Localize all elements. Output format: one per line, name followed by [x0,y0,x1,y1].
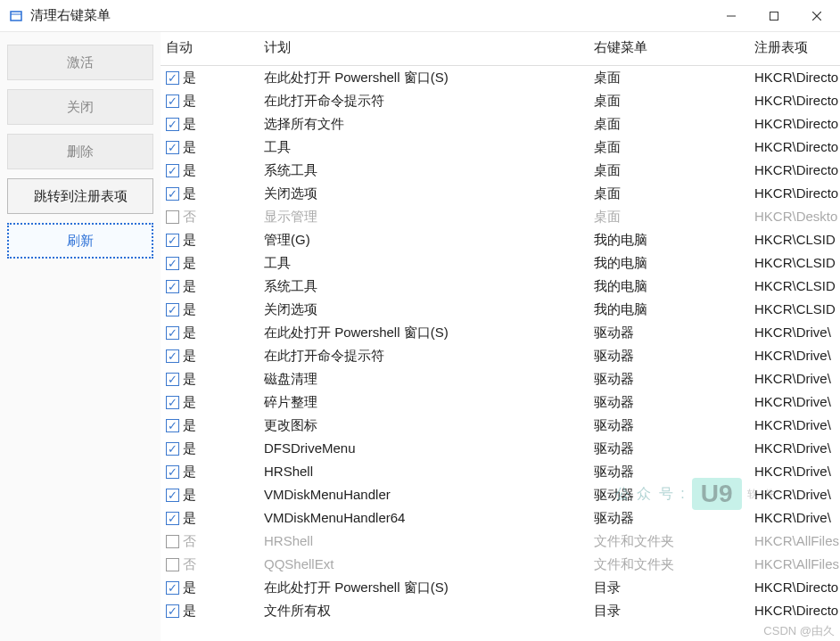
header-menu[interactable]: 右键菜单 [589,32,749,66]
checkbox[interactable]: ✓ [166,118,179,131]
cell-menu: 驱动器 [589,506,749,530]
cell-auto: ✓是 [161,344,259,367]
checkbox[interactable]: ✓ [166,442,179,456]
checkbox[interactable] [166,210,179,224]
header-auto[interactable]: 自动 [161,32,259,66]
cell-menu: 桌面 [589,205,749,228]
cell-reg: HKCR\Directo [749,159,840,182]
cell-auto: ✓是 [161,576,259,599]
table-row[interactable]: ✓是工具我的电脑HKCR\CLSID [161,251,840,275]
table-row[interactable]: ✓是文件所有权目录HKCR\Directo [161,599,840,622]
checkbox[interactable]: ✓ [166,489,179,502]
auto-label: 是 [183,230,196,250]
checkbox[interactable]: ✓ [166,604,179,618]
checkbox[interactable]: ✓ [166,581,179,595]
table-row[interactable]: 否QQShellExt文件和文件夹HKCR\AllFiles [161,553,840,576]
checkbox[interactable] [166,535,179,548]
cell-menu: 驱动器 [589,344,749,367]
cell-plan: HRShell [259,530,589,553]
checkbox[interactable]: ✓ [166,187,179,201]
table-row[interactable]: ✓是系统工具我的电脑HKCR\CLSID [161,275,840,298]
cell-plan: VMDiskMenuHandler [259,483,589,506]
cell-plan: QQShellExt [259,553,589,576]
header-plan[interactable]: 计划 [259,32,589,66]
auto-label: 是 [183,392,196,412]
table-row[interactable]: ✓是关闭选项我的电脑HKCR\CLSID [161,298,840,321]
cell-auto: 否 [161,205,259,228]
auto-label: 是 [183,462,196,481]
checkbox[interactable]: ✓ [166,280,179,293]
cell-auto: ✓是 [161,66,259,89]
table-row[interactable]: ✓是DFSDriveMenu驱动器HKCR\Drive\ [161,437,840,460]
cell-plan: 系统工具 [259,275,589,298]
table-row[interactable]: ✓是选择所有文件桌面HKCR\Directo [161,112,840,136]
checkbox[interactable]: ✓ [166,71,179,85]
minimize-button[interactable] [710,0,753,32]
cell-auto: ✓是 [161,506,259,530]
maximize-button[interactable] [753,0,795,32]
checkbox[interactable] [166,558,179,571]
table-row[interactable]: ✓是VMDiskMenuHandler64驱动器HKCR\Drive\ [161,506,840,530]
auto-label: 是 [183,369,196,389]
table-row[interactable]: ✓是在此处打开 Powershell 窗口(S)驱动器HKCR\Drive\ [161,321,840,344]
checkbox[interactable]: ✓ [166,303,179,316]
cell-reg: HKCR\CLSID [749,228,840,251]
checkbox[interactable]: ✓ [166,95,179,108]
cell-reg: HKCR\Directo [749,112,840,136]
cell-reg: HKCR\Directo [749,89,840,112]
table-scroll[interactable]: 自动 计划 右键菜单 注册表项 ✓是在此处打开 Powershell 窗口(S)… [161,32,840,641]
cell-auto: ✓是 [161,112,259,136]
table-row[interactable]: ✓是管理(G)我的电脑HKCR\CLSID [161,228,840,251]
checkbox[interactable]: ✓ [166,396,179,409]
auto-label: 是 [183,91,196,111]
checkbox[interactable]: ✓ [166,164,179,177]
checkbox[interactable]: ✓ [166,326,179,340]
checkbox[interactable]: ✓ [166,512,179,525]
cell-menu: 目录 [589,599,749,622]
checkbox[interactable]: ✓ [166,419,179,432]
cell-reg: HKCR\Drive\ [749,390,840,414]
table-row[interactable]: ✓是在此处打开 Powershell 窗口(S)目录HKCR\Directo [161,576,840,599]
cell-auto: ✓是 [161,298,259,321]
table-row[interactable]: ✓是在此打开命令提示符桌面HKCR\Directo [161,89,840,112]
table-row[interactable]: ✓是VMDiskMenuHandler驱动器HKCR\Drive\ [161,483,840,506]
table-row[interactable]: ✓是磁盘清理驱动器HKCR\Drive\ [161,367,840,390]
header-reg[interactable]: 注册表项 [749,32,840,66]
sidebar-button-2[interactable]: 删除 [7,134,153,169]
auto-label: 是 [183,276,196,296]
rules-table: 自动 计划 右键菜单 注册表项 ✓是在此处打开 Powershell 窗口(S)… [161,32,840,622]
cell-auto: ✓是 [161,414,259,437]
table-row[interactable]: ✓是HRShell驱动器HKCR\Drive\ [161,460,840,483]
checkbox[interactable]: ✓ [166,465,179,479]
checkbox[interactable]: ✓ [166,257,179,270]
cell-menu: 文件和文件夹 [589,530,749,553]
table-row[interactable]: ✓是工具桌面HKCR\Directo [161,136,840,159]
checkbox[interactable]: ✓ [166,234,179,247]
cell-reg: HKCR\Drive\ [749,414,840,437]
table-row[interactable]: 否HRShell文件和文件夹HKCR\AllFiles [161,530,840,553]
cell-menu: 驱动器 [589,483,749,506]
table-row[interactable]: ✓是系统工具桌面HKCR\Directo [161,159,840,182]
sidebar-button-1[interactable]: 关闭 [7,89,153,125]
table-row[interactable]: ✓是关闭选项桌面HKCR\Directo [161,182,840,205]
sidebar-button-3[interactable]: 跳转到注册表项 [7,178,153,214]
cell-reg: HKCR\AllFiles [749,553,840,576]
sidebar-button-4[interactable]: 刷新 [7,223,153,259]
cell-reg: HKCR\Directo [749,66,840,90]
table-row[interactable]: ✓是更改图标驱动器HKCR\Drive\ [161,414,840,437]
checkbox[interactable]: ✓ [166,349,179,363]
sidebar-button-0[interactable]: 激活 [7,45,153,80]
cell-plan: 管理(G) [259,228,589,251]
sidebar: 激活关闭删除跳转到注册表项刷新 [0,32,161,641]
close-button[interactable] [795,0,838,32]
cell-plan: 文件所有权 [259,599,589,622]
table-row[interactable]: ✓是在此打开命令提示符驱动器HKCR\Drive\ [161,344,840,367]
table-row[interactable]: ✓是在此处打开 Powershell 窗口(S)桌面HKCR\Directo [161,66,840,90]
table-row[interactable]: 否显示管理桌面HKCR\Deskto [161,205,840,228]
checkbox[interactable]: ✓ [166,141,179,154]
checkbox[interactable]: ✓ [166,373,179,386]
window-title: 清理右键菜单 [30,7,111,24]
cell-plan: 在此打开命令提示符 [259,89,589,112]
cell-menu: 驱动器 [589,321,749,344]
table-row[interactable]: ✓是碎片整理驱动器HKCR\Drive\ [161,390,840,414]
